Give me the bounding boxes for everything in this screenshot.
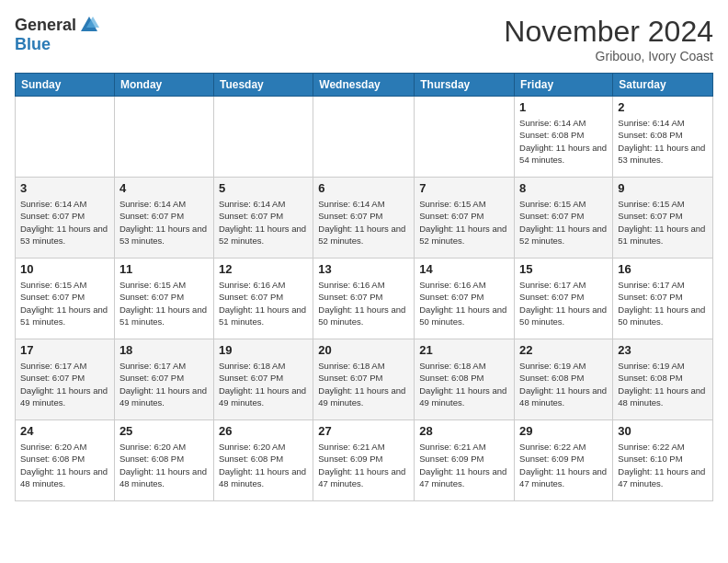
day-detail: Sunrise: 6:16 AM Sunset: 6:07 PM Dayligh… — [318, 279, 409, 327]
calendar-cell: 30Sunrise: 6:22 AM Sunset: 6:10 PM Dayli… — [613, 420, 713, 501]
calendar-cell: 18Sunrise: 6:17 AM Sunset: 6:07 PM Dayli… — [114, 339, 213, 420]
logo-general: General — [15, 16, 76, 35]
day-detail: Sunrise: 6:14 AM Sunset: 6:07 PM Dayligh… — [318, 198, 409, 247]
day-detail: Sunrise: 6:17 AM Sunset: 6:07 PM Dayligh… — [519, 279, 608, 327]
day-number: 3 — [20, 181, 109, 195]
day-number: 29 — [519, 424, 608, 438]
day-number: 26 — [219, 424, 308, 438]
day-number: 1 — [519, 100, 608, 114]
day-number: 15 — [519, 262, 608, 276]
calendar-week-row: 24Sunrise: 6:20 AM Sunset: 6:08 PM Dayli… — [16, 420, 713, 501]
location-subtitle: Gribouo, Ivory Coast — [504, 49, 713, 63]
calendar-table: SundayMondayTuesdayWednesdayThursdayFrid… — [15, 73, 713, 501]
day-detail: Sunrise: 6:16 AM Sunset: 6:07 PM Dayligh… — [419, 279, 509, 327]
day-detail: Sunrise: 6:15 AM Sunset: 6:07 PM Dayligh… — [519, 198, 608, 247]
title-block: November 2024 Gribouo, Ivory Coast — [504, 15, 713, 63]
day-detail: Sunrise: 6:17 AM Sunset: 6:07 PM Dayligh… — [20, 360, 109, 408]
day-number: 25 — [119, 424, 209, 438]
day-number: 5 — [219, 181, 308, 195]
day-number: 17 — [20, 343, 109, 357]
day-number: 19 — [219, 343, 308, 357]
day-detail: Sunrise: 6:22 AM Sunset: 6:09 PM Dayligh… — [519, 441, 608, 489]
logo-blue: Blue — [15, 35, 51, 53]
day-detail: Sunrise: 6:15 AM Sunset: 6:07 PM Dayligh… — [20, 279, 109, 327]
day-number: 6 — [318, 181, 409, 195]
page-header: General Blue November 2024 Gribouo, Ivor… — [15, 15, 713, 63]
calendar-cell — [213, 97, 313, 178]
day-number: 23 — [618, 343, 708, 357]
day-number: 8 — [519, 181, 608, 195]
calendar-cell: 26Sunrise: 6:20 AM Sunset: 6:08 PM Dayli… — [213, 420, 313, 501]
day-number: 27 — [318, 424, 409, 438]
calendar-cell: 8Sunrise: 6:15 AM Sunset: 6:07 PM Daylig… — [515, 178, 613, 259]
calendar-cell: 12Sunrise: 6:16 AM Sunset: 6:07 PM Dayli… — [213, 259, 313, 339]
calendar-cell: 22Sunrise: 6:19 AM Sunset: 6:08 PM Dayli… — [515, 339, 613, 420]
day-detail: Sunrise: 6:20 AM Sunset: 6:08 PM Dayligh… — [20, 441, 109, 489]
day-detail: Sunrise: 6:19 AM Sunset: 6:08 PM Dayligh… — [618, 360, 708, 408]
day-detail: Sunrise: 6:20 AM Sunset: 6:08 PM Dayligh… — [119, 441, 209, 489]
day-number: 14 — [419, 262, 509, 276]
day-detail: Sunrise: 6:14 AM Sunset: 6:07 PM Dayligh… — [119, 198, 209, 247]
calendar-cell: 9Sunrise: 6:15 AM Sunset: 6:07 PM Daylig… — [613, 178, 713, 259]
day-number: 28 — [419, 424, 509, 438]
day-detail: Sunrise: 6:17 AM Sunset: 6:07 PM Dayligh… — [119, 360, 209, 408]
day-detail: Sunrise: 6:19 AM Sunset: 6:08 PM Dayligh… — [519, 360, 608, 408]
day-detail: Sunrise: 6:21 AM Sunset: 6:09 PM Dayligh… — [318, 441, 409, 489]
calendar-cell: 13Sunrise: 6:16 AM Sunset: 6:07 PM Dayli… — [313, 259, 415, 339]
day-number: 7 — [419, 181, 509, 195]
calendar-cell: 4Sunrise: 6:14 AM Sunset: 6:07 PM Daylig… — [114, 178, 213, 259]
calendar-cell: 15Sunrise: 6:17 AM Sunset: 6:07 PM Dayli… — [515, 259, 613, 339]
month-title: November 2024 — [504, 15, 713, 49]
day-detail: Sunrise: 6:17 AM Sunset: 6:07 PM Dayligh… — [618, 279, 708, 327]
calendar-header-wednesday: Wednesday — [313, 74, 415, 97]
calendar-cell: 17Sunrise: 6:17 AM Sunset: 6:07 PM Dayli… — [16, 339, 115, 420]
calendar-cell: 21Sunrise: 6:18 AM Sunset: 6:08 PM Dayli… — [415, 339, 515, 420]
day-detail: Sunrise: 6:18 AM Sunset: 6:07 PM Dayligh… — [219, 360, 308, 408]
day-detail: Sunrise: 6:15 AM Sunset: 6:07 PM Dayligh… — [618, 198, 708, 247]
day-detail: Sunrise: 6:16 AM Sunset: 6:07 PM Dayligh… — [219, 279, 308, 327]
calendar-cell: 14Sunrise: 6:16 AM Sunset: 6:07 PM Dayli… — [415, 259, 515, 339]
day-number: 24 — [20, 424, 109, 438]
day-detail: Sunrise: 6:22 AM Sunset: 6:10 PM Dayligh… — [618, 441, 708, 489]
calendar-cell: 25Sunrise: 6:20 AM Sunset: 6:08 PM Dayli… — [114, 420, 213, 501]
day-detail: Sunrise: 6:18 AM Sunset: 6:08 PM Dayligh… — [419, 360, 509, 408]
day-number: 13 — [318, 262, 409, 276]
day-number: 22 — [519, 343, 608, 357]
day-detail: Sunrise: 6:14 AM Sunset: 6:08 PM Dayligh… — [618, 117, 708, 166]
calendar-cell: 20Sunrise: 6:18 AM Sunset: 6:07 PM Dayli… — [313, 339, 415, 420]
calendar-cell: 11Sunrise: 6:15 AM Sunset: 6:07 PM Dayli… — [114, 259, 213, 339]
calendar-cell: 28Sunrise: 6:21 AM Sunset: 6:09 PM Dayli… — [415, 420, 515, 501]
calendar-cell: 3Sunrise: 6:14 AM Sunset: 6:07 PM Daylig… — [16, 178, 115, 259]
calendar-cell: 27Sunrise: 6:21 AM Sunset: 6:09 PM Dayli… — [313, 420, 415, 501]
calendar-cell — [114, 97, 213, 178]
day-number: 16 — [618, 262, 708, 276]
day-detail: Sunrise: 6:21 AM Sunset: 6:09 PM Dayligh… — [419, 441, 509, 489]
logo: General Blue — [15, 15, 100, 54]
day-detail: Sunrise: 6:18 AM Sunset: 6:07 PM Dayligh… — [318, 360, 409, 408]
day-number: 4 — [119, 181, 209, 195]
calendar-cell: 6Sunrise: 6:14 AM Sunset: 6:07 PM Daylig… — [313, 178, 415, 259]
calendar-cell — [313, 97, 415, 178]
day-detail: Sunrise: 6:14 AM Sunset: 6:08 PM Dayligh… — [519, 117, 608, 166]
day-number: 21 — [419, 343, 509, 357]
day-number: 18 — [119, 343, 209, 357]
day-number: 12 — [219, 262, 308, 276]
calendar-week-row: 3Sunrise: 6:14 AM Sunset: 6:07 PM Daylig… — [16, 178, 713, 259]
day-number: 20 — [318, 343, 409, 357]
day-detail: Sunrise: 6:14 AM Sunset: 6:07 PM Dayligh… — [20, 198, 109, 247]
calendar-cell — [415, 97, 515, 178]
day-detail: Sunrise: 6:15 AM Sunset: 6:07 PM Dayligh… — [119, 279, 209, 327]
calendar-header-row: SundayMondayTuesdayWednesdayThursdayFrid… — [16, 74, 713, 97]
calendar-cell: 1Sunrise: 6:14 AM Sunset: 6:08 PM Daylig… — [515, 97, 613, 178]
day-number: 11 — [119, 262, 209, 276]
calendar-cell — [16, 97, 115, 178]
day-number: 10 — [20, 262, 109, 276]
calendar-cell: 16Sunrise: 6:17 AM Sunset: 6:07 PM Dayli… — [613, 259, 713, 339]
day-detail: Sunrise: 6:14 AM Sunset: 6:07 PM Dayligh… — [219, 198, 308, 247]
calendar-cell: 24Sunrise: 6:20 AM Sunset: 6:08 PM Dayli… — [16, 420, 115, 501]
calendar-cell: 23Sunrise: 6:19 AM Sunset: 6:08 PM Dayli… — [613, 339, 713, 420]
calendar-week-row: 10Sunrise: 6:15 AM Sunset: 6:07 PM Dayli… — [16, 259, 713, 339]
calendar-header-tuesday: Tuesday — [213, 74, 313, 97]
calendar-header-sunday: Sunday — [16, 74, 115, 97]
day-number: 30 — [618, 424, 708, 438]
